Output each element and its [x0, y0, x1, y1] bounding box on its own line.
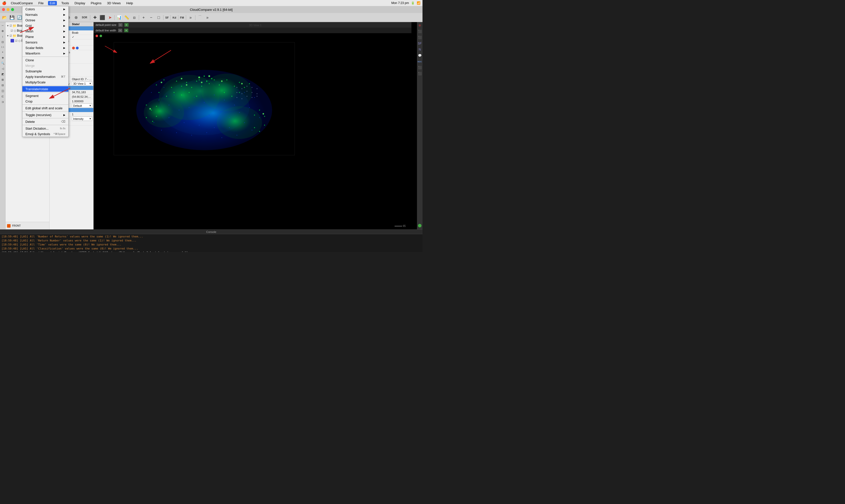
line-width-minus[interactable]: −	[118, 29, 122, 32]
tree-vis-4[interactable]: ☑	[15, 39, 18, 42]
menu-item-grid[interactable]: Grid ▶	[22, 23, 68, 29]
right-btn-2[interactable]: ⬛	[417, 29, 422, 34]
seg-btn[interactable]: ⊗	[72, 14, 80, 21]
menu-plugins[interactable]: Plugins	[90, 1, 103, 5]
line-width-plus[interactable]: +	[124, 29, 128, 32]
menu-item-translaterotate[interactable]: Translate/rotate	[22, 86, 68, 92]
plane-btn[interactable]: ⧈	[131, 14, 138, 21]
more-btn[interactable]: »	[187, 14, 194, 21]
left-tool-7[interactable]: 🔍	[0, 61, 5, 65]
menu-shortcut-applytransform: ⌘T	[61, 75, 65, 78]
edit-dropdown-menu[interactable]: Colors ▶ Normals ▶ Octree ▶ Grid ▶ Mesh …	[22, 6, 69, 137]
svg-point-13	[169, 105, 170, 106]
menu-cloudcompare[interactable]: CloudCompare	[10, 1, 34, 5]
left-tool-3[interactable]: ↕	[0, 34, 5, 39]
open-btn[interactable]: 📂	[1, 14, 8, 21]
left-tool-8[interactable]: ◁	[0, 66, 5, 71]
menu-item-normals[interactable]: Normals ▶	[22, 12, 68, 17]
folder-icon-2: 📁	[13, 34, 17, 38]
plus-btn[interactable]: +	[140, 14, 147, 21]
right-btn-9[interactable]: ⬛	[417, 71, 422, 76]
right-btn-6[interactable]: 💬	[417, 53, 422, 58]
sf-label: SF	[165, 16, 170, 19]
right-btn-4[interactable]: SF	[417, 41, 422, 46]
menu-item-segment[interactable]: Segment	[22, 93, 68, 98]
minus-btn[interactable]: −	[148, 14, 155, 21]
menu-edit[interactable]: Edit	[48, 1, 56, 5]
svg-point-111	[252, 97, 253, 98]
point-size-plus[interactable]: +	[124, 23, 128, 26]
left-tool-11[interactable]: ⊟	[0, 83, 5, 87]
left-label-1: 1:1	[0, 45, 5, 49]
left-tool-12[interactable]: ◫	[0, 88, 5, 93]
minimize-button[interactable]	[6, 8, 10, 11]
right-btn-5[interactable]: N	[417, 47, 422, 52]
left-tool-5[interactable]: +	[0, 50, 5, 54]
point-size-minus[interactable]: −	[118, 23, 122, 26]
right-btn-3[interactable]: ⬛	[417, 35, 422, 40]
menu-item-delete[interactable]: Delete ⌫	[22, 119, 68, 124]
prop-dropdown-display[interactable]: 3D View 1 ▾	[72, 82, 92, 86]
menu-item-colors[interactable]: Colors ▶	[22, 6, 68, 12]
menu-item-dictation[interactable]: Start Dictation... fn fn	[22, 126, 68, 131]
left-tool-10[interactable]: ⊞	[0, 77, 5, 82]
menu-help[interactable]: Help	[125, 1, 134, 5]
arrow-btn[interactable]: ➤	[106, 14, 114, 21]
left-tool-9[interactable]: ◩	[0, 72, 5, 76]
right-btn-1[interactable]: ⊗	[417, 23, 422, 28]
prop-dropdown-pointsize[interactable]: Default ▾	[72, 104, 92, 108]
left-tool-4[interactable]: ⊡	[0, 40, 5, 44]
menu-item-subsample[interactable]: Subsample	[22, 68, 68, 74]
menu-item-toggle[interactable]: Toggle (recursive) ▶	[22, 112, 68, 118]
prop-dropdown-active[interactable]: Intensity ▾	[72, 116, 92, 121]
cube-btn[interactable]: ⬛	[99, 14, 106, 21]
measure-btn[interactable]: 📏	[123, 14, 130, 21]
left-tool-1[interactable]: ↔	[0, 23, 5, 28]
close-button[interactable]	[2, 8, 5, 11]
maximize-button[interactable]	[11, 8, 14, 11]
menu-display[interactable]: Display	[73, 1, 86, 5]
left-tool-2[interactable]: ⊕	[0, 29, 5, 33]
left-tool-13[interactable]: ⊏	[0, 94, 5, 98]
sor-btn[interactable]: SOR	[80, 14, 89, 21]
apple-logo-icon[interactable]: 🍎	[2, 1, 6, 5]
square-btn[interactable]: □	[155, 14, 162, 21]
status-green-dot	[418, 224, 421, 228]
right-btn-8[interactable]: ⬛	[417, 65, 422, 70]
save-btn[interactable]: 💾	[8, 14, 16, 21]
axis-btn[interactable]: ✚	[91, 14, 98, 21]
console-line-4: [18:59:48] [LAS] All 'Classification' va…	[1, 247, 421, 251]
left-tool-14[interactable]: ⊐	[0, 100, 5, 104]
window-controls	[2, 8, 14, 11]
menu-3dviews[interactable]: 3D Views	[106, 1, 122, 5]
left-tool-6[interactable]: ◈	[0, 55, 5, 60]
svg-point-47	[163, 79, 165, 80]
svg-point-64	[239, 82, 240, 83]
extra-btn[interactable]: »	[204, 14, 211, 21]
menu-item-editglobalshift[interactable]: Edit global shift and scale	[22, 105, 68, 111]
menu-item-sensors[interactable]: Sensors ▶	[22, 39, 68, 45]
menu-item-multiplyscale[interactable]: Multiply/Scale	[22, 79, 68, 85]
curve-btn[interactable]: ⌒	[196, 14, 204, 21]
tree-vis-1[interactable]: ☑	[10, 24, 12, 28]
menu-item-emoji[interactable]: Emoji & Symbols ^⌘Space	[22, 131, 68, 137]
svg-point-21	[209, 115, 210, 115]
tree-arrow-1: ▼	[6, 24, 9, 27]
menu-item-plane[interactable]: Plane ▶	[22, 34, 68, 39]
menu-shortcut-dictation: fn fn	[60, 127, 65, 130]
tree-vis-3[interactable]: ☑	[10, 34, 12, 37]
menu-item-clone[interactable]: Clone	[22, 57, 68, 63]
menu-item-waveform[interactable]: Waveform ▶	[22, 51, 68, 56]
menu-label-normals: Normals	[25, 13, 37, 17]
tree-vis-2[interactable]: ☑	[11, 29, 13, 32]
svg-point-58	[181, 94, 182, 95]
menu-item-applytransform[interactable]: Apply transformation ⌘T	[22, 74, 68, 79]
menu-item-octree[interactable]: Octree ▶	[22, 17, 68, 23]
menu-item-scalarfields[interactable]: Scalar fields ▶	[22, 45, 68, 51]
right-btn-7[interactable]: M2C	[417, 59, 422, 64]
chart-btn[interactable]: 📊	[116, 14, 123, 21]
menu-file[interactable]: File	[37, 1, 45, 5]
menu-item-mesh[interactable]: Mesh ▶	[22, 29, 68, 34]
menu-tools[interactable]: Tools	[61, 1, 70, 5]
menu-item-crop[interactable]: Crop	[22, 98, 68, 104]
